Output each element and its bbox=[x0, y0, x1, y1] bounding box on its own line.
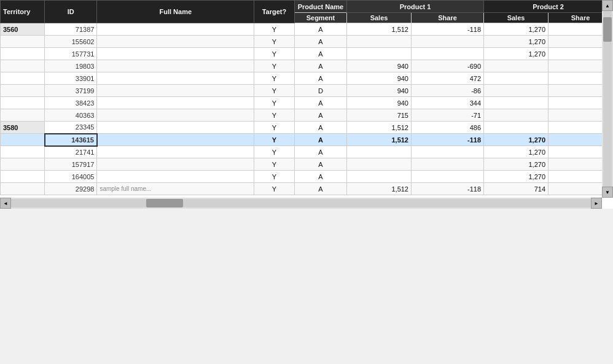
p1share-header[interactable]: Share bbox=[411, 13, 483, 23]
target-cell: Y bbox=[254, 72, 295, 85]
p1share-cell: 486 bbox=[411, 122, 483, 134]
table-row: 37199YD940-86 bbox=[1, 85, 613, 97]
segment-cell: A bbox=[294, 72, 346, 85]
p1sales-cell: 1,512 bbox=[347, 134, 412, 146]
territory-cell bbox=[1, 146, 45, 158]
segment-cell: A bbox=[294, 134, 346, 146]
p1sales-cell: 940 bbox=[347, 97, 412, 109]
data-table: Territory ID Full Name Target? Product N… bbox=[0, 0, 613, 209]
id-cell: 164005 bbox=[45, 171, 97, 183]
id-cell: 21741 bbox=[45, 146, 97, 158]
territory-cell bbox=[1, 171, 45, 183]
p2sales-header[interactable]: Sales bbox=[484, 13, 549, 23]
table-row: 157731YA1,270 bbox=[1, 48, 613, 60]
p2sales-cell: 1,270 bbox=[484, 23, 549, 36]
id-cell: 157917 bbox=[45, 158, 97, 171]
table-row: 21741YA1,270 bbox=[1, 146, 613, 158]
p1share-cell bbox=[411, 36, 483, 48]
table-row: 143615YA1,512-1181,270 bbox=[1, 134, 613, 146]
id-cell: 33901 bbox=[45, 72, 97, 85]
segment-cell: A bbox=[294, 60, 346, 72]
target-cell: Y bbox=[254, 122, 295, 134]
p1share-cell: -118 bbox=[411, 134, 483, 146]
p1sales-header[interactable]: Sales bbox=[347, 13, 412, 23]
segment-header[interactable]: Segment bbox=[294, 13, 346, 23]
id-cell: 71387 bbox=[45, 23, 97, 36]
p1share-cell bbox=[411, 146, 483, 158]
table-row: 164005YA1,270 bbox=[1, 171, 613, 183]
scroll-up-button[interactable]: ▲ bbox=[602, 0, 613, 11]
p1share-cell: -118 bbox=[411, 23, 483, 36]
p2sales-cell bbox=[484, 109, 549, 122]
segment-cell: D bbox=[294, 85, 346, 97]
p1sales-cell: 1,512 bbox=[347, 122, 412, 134]
target-cell: Y bbox=[254, 60, 295, 72]
p1sales-cell bbox=[347, 146, 412, 158]
scroll-thumb-horizontal[interactable] bbox=[146, 199, 183, 207]
empty-background bbox=[0, 209, 613, 364]
territory-cell bbox=[1, 60, 45, 72]
territory-cell bbox=[1, 134, 45, 146]
target-cell: Y bbox=[254, 48, 295, 60]
territory-cell: 3580 bbox=[1, 122, 45, 134]
p1share-cell bbox=[411, 48, 483, 60]
fullname-cell bbox=[97, 23, 254, 36]
fullname-cell: sample full name... bbox=[97, 183, 254, 195]
id-cell: 155602 bbox=[45, 36, 97, 48]
p1sales-cell: 940 bbox=[347, 72, 412, 85]
p2sales-cell bbox=[484, 122, 549, 134]
scroll-track-horizontal bbox=[11, 199, 591, 207]
p1sales-cell bbox=[347, 36, 412, 48]
fullname-cell bbox=[97, 122, 254, 134]
segment-cell: A bbox=[294, 97, 346, 109]
product1-header: Product 1 bbox=[347, 1, 484, 13]
table-row: 33901YA940472 bbox=[1, 72, 613, 85]
id-cell: 40363 bbox=[45, 109, 97, 122]
p1share-cell: -86 bbox=[411, 85, 483, 97]
fullname-header[interactable]: Full Name bbox=[97, 1, 254, 23]
territory-cell bbox=[1, 158, 45, 171]
scroll-down-button[interactable]: ▼ bbox=[602, 187, 613, 198]
p1sales-cell bbox=[347, 171, 412, 183]
id-cell: 23345 bbox=[45, 122, 97, 134]
fullname-cell bbox=[97, 36, 254, 48]
p2sales-cell: 1,270 bbox=[484, 146, 549, 158]
table-row: 29298sample full name...YA1,512-118714 bbox=[1, 183, 613, 195]
vertical-scrollbar[interactable]: ▲ ▼ bbox=[602, 0, 613, 198]
target-header[interactable]: Target? bbox=[254, 1, 295, 23]
territory-header[interactable]: Territory bbox=[1, 1, 45, 23]
table-row: 356071387YA1,512-1181,270 bbox=[1, 23, 613, 36]
p2sales-cell: 714 bbox=[484, 183, 549, 195]
product2-header: Product 2 bbox=[484, 1, 613, 13]
horizontal-scrollbar[interactable]: ◄ ► bbox=[0, 198, 602, 209]
id-header[interactable]: ID bbox=[45, 1, 97, 23]
p2sales-cell: 1,270 bbox=[484, 36, 549, 48]
p1share-cell: -690 bbox=[411, 60, 483, 72]
fullname-cell bbox=[97, 134, 254, 146]
segment-cell: A bbox=[294, 109, 346, 122]
segment-cell: A bbox=[294, 183, 346, 195]
territory-cell bbox=[1, 72, 45, 85]
target-cell: Y bbox=[254, 171, 295, 183]
territory-cell: 3560 bbox=[1, 23, 45, 36]
target-cell: Y bbox=[254, 36, 295, 48]
segment-cell: A bbox=[294, 122, 346, 134]
fullname-cell bbox=[97, 146, 254, 158]
scroll-left-button[interactable]: ◄ bbox=[0, 198, 11, 209]
fullname-cell bbox=[97, 72, 254, 85]
p1share-cell bbox=[411, 171, 483, 183]
territory-cell bbox=[1, 48, 45, 60]
fullname-cell bbox=[97, 171, 254, 183]
table-row: 155602YA1,270 bbox=[1, 36, 613, 48]
segment-cell: A bbox=[294, 171, 346, 183]
id-cell: 38423 bbox=[45, 97, 97, 109]
p2sales-cell: 1,270 bbox=[484, 48, 549, 60]
header-row-1: Territory ID Full Name Target? Product N… bbox=[1, 1, 613, 13]
scroll-right-button[interactable]: ► bbox=[591, 198, 602, 209]
target-cell: Y bbox=[254, 158, 295, 171]
p2sales-cell bbox=[484, 60, 549, 72]
territory-cell bbox=[1, 109, 45, 122]
table-row: 157917YA1,270 bbox=[1, 158, 613, 171]
scroll-thumb-vertical[interactable] bbox=[603, 17, 612, 42]
p2sales-cell: 1,270 bbox=[484, 158, 549, 171]
